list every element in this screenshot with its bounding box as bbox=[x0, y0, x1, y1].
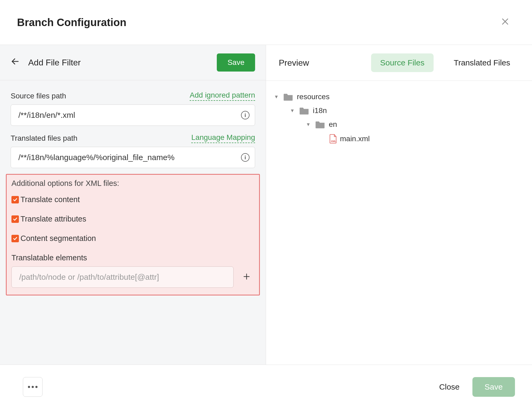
close-button[interactable]: Close bbox=[439, 382, 460, 391]
translated-path-input[interactable] bbox=[11, 147, 241, 168]
caret-down-icon[interactable]: ▼ bbox=[274, 94, 280, 100]
tree-row-i18n[interactable]: ▼ i18n bbox=[274, 104, 524, 118]
left-panel: Add File Filter Save Source files path A… bbox=[0, 45, 266, 365]
form-area: Source files path Add ignored pattern i … bbox=[0, 80, 266, 174]
translate-attributes-checkbox[interactable] bbox=[11, 215, 19, 223]
tree-label: resources bbox=[297, 93, 330, 101]
info-icon[interactable]: i bbox=[241, 153, 250, 162]
caret-down-icon[interactable]: ▼ bbox=[306, 122, 312, 127]
tree-row-main-xml[interactable]: XML main.xml bbox=[274, 131, 524, 146]
more-button[interactable] bbox=[23, 377, 43, 397]
info-icon[interactable]: i bbox=[241, 111, 250, 119]
left-panel-title: Add File Filter bbox=[28, 58, 81, 68]
translatable-elements-label: Translatable elements bbox=[11, 253, 254, 262]
translate-attributes-label: Translate attributes bbox=[20, 215, 86, 223]
language-mapping-link[interactable]: Language Mapping bbox=[191, 133, 255, 143]
add-element-button[interactable] bbox=[239, 272, 254, 283]
svg-text:XML: XML bbox=[331, 140, 336, 143]
modal-header: Branch Configuration bbox=[0, 0, 532, 45]
translate-attributes-row: Translate attributes bbox=[11, 215, 254, 223]
translated-path-row: Translated files path Language Mapping i bbox=[11, 133, 255, 168]
source-path-input-wrap: i bbox=[11, 105, 255, 126]
ellipsis-icon bbox=[28, 386, 38, 388]
right-panel: Preview Source Files Translated Files ▼ … bbox=[266, 45, 532, 365]
xml-options-title: Additional options for XML files: bbox=[11, 179, 254, 188]
translatable-elements-input-wrap bbox=[11, 266, 234, 288]
xml-file-icon: XML bbox=[329, 134, 337, 144]
modal-title: Branch Configuration bbox=[17, 16, 126, 28]
translatable-elements-row bbox=[11, 266, 254, 288]
folder-icon bbox=[283, 93, 294, 101]
content-segmentation-label: Content segmentation bbox=[20, 234, 96, 243]
xml-options-box: Additional options for XML files: Transl… bbox=[6, 174, 260, 295]
save-button-footer[interactable]: Save bbox=[472, 377, 515, 397]
tab-group: Source Files Translated Files bbox=[371, 53, 519, 72]
translate-content-row: Translate content bbox=[11, 195, 254, 204]
content-segmentation-checkbox[interactable] bbox=[11, 235, 19, 242]
modal-body: Add File Filter Save Source files path A… bbox=[0, 45, 532, 365]
close-icon[interactable] bbox=[501, 16, 510, 29]
content-segmentation-row: Content segmentation bbox=[11, 234, 254, 243]
tab-source-files[interactable]: Source Files bbox=[371, 53, 434, 72]
save-button[interactable]: Save bbox=[217, 53, 255, 72]
right-toolbar: Preview Source Files Translated Files bbox=[266, 45, 532, 81]
tree-row-en[interactable]: ▼ en bbox=[274, 118, 524, 131]
branch-config-modal: Branch Configuration Add File Filter Sav… bbox=[0, 0, 532, 409]
caret-down-icon[interactable]: ▼ bbox=[290, 108, 296, 114]
source-path-label: Source files path bbox=[11, 92, 66, 100]
tree-row-resources[interactable]: ▼ resources bbox=[274, 90, 524, 104]
add-ignored-pattern-link[interactable]: Add ignored pattern bbox=[190, 91, 255, 101]
tree-label: i18n bbox=[313, 106, 327, 115]
modal-footer: Close Save bbox=[0, 365, 532, 409]
left-toolbar: Add File Filter Save bbox=[0, 45, 266, 80]
translated-path-input-wrap: i bbox=[11, 147, 255, 168]
translate-content-label: Translate content bbox=[20, 195, 80, 204]
footer-actions: Close Save bbox=[439, 377, 515, 397]
file-tree: ▼ resources ▼ i18n ▼ en XML main.xml bbox=[266, 81, 532, 155]
source-path-row: Source files path Add ignored pattern i bbox=[11, 91, 255, 126]
back-arrow-icon[interactable] bbox=[11, 57, 20, 68]
tree-label: main.xml bbox=[340, 135, 370, 143]
folder-icon bbox=[315, 120, 326, 129]
tab-translated-files[interactable]: Translated Files bbox=[445, 53, 519, 72]
translate-content-checkbox[interactable] bbox=[11, 196, 19, 203]
preview-label: Preview bbox=[279, 58, 309, 68]
source-path-input[interactable] bbox=[11, 105, 241, 126]
folder-icon bbox=[299, 106, 310, 115]
tree-label: en bbox=[329, 120, 337, 129]
translatable-elements-input[interactable] bbox=[12, 267, 233, 287]
toolbar-left: Add File Filter bbox=[11, 57, 81, 68]
translated-path-label: Translated files path bbox=[11, 134, 77, 143]
